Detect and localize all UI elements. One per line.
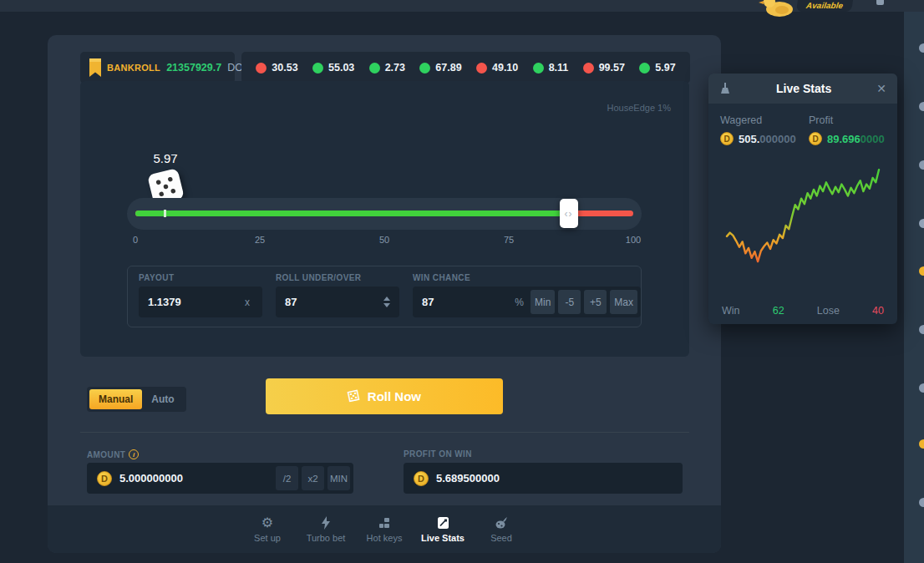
dice-game-card: BANKROLL 21357929.7 DOGE 30.5355.032.736… <box>48 35 721 553</box>
roll-result[interactable]: 8.11 <box>533 62 569 74</box>
duck-mascot-icon[interactable] <box>757 0 799 17</box>
rail-avatar-icon[interactable] <box>919 439 924 449</box>
win-chance-field: WIN CHANCE 87 % Min -5 +5 Max <box>413 273 641 320</box>
last-roll-value: 5.97 <box>142 151 189 165</box>
auto-mode-button[interactable]: Auto <box>142 389 183 409</box>
roll-result[interactable]: 49.10 <box>476 62 518 74</box>
payout-field: PAYOUT 1.1379 x <box>139 273 262 320</box>
live-stats-icon <box>437 515 449 530</box>
game-area: HouseEdge 1% 5.97 ‹› <box>80 81 689 357</box>
top-header-bar: Available <box>0 0 924 12</box>
rail-avatar-icon[interactable] <box>919 325 924 334</box>
toolbar-item-hot-keys[interactable]: Hot keys <box>359 515 409 543</box>
header-corner-icon[interactable] <box>876 0 884 5</box>
toolbar-item-turbo-bet[interactable]: Turbo bet <box>301 515 351 543</box>
close-icon[interactable]: ✕ <box>876 82 886 95</box>
rail-avatar-icon[interactable] <box>919 160 924 170</box>
clear-stats-icon[interactable] <box>719 83 731 95</box>
toolbar-label: Hot keys <box>367 533 403 543</box>
rail-avatar-icon[interactable] <box>919 219 924 228</box>
win-chance-value: 87 <box>422 296 515 308</box>
roll-now-button[interactable]: ⚄ Roll Now <box>266 378 503 414</box>
profit-on-win-output: D 5.689500000 <box>404 463 683 494</box>
divider <box>80 432 689 433</box>
last-roll-marker: 5.97 <box>142 151 189 202</box>
payout-input[interactable]: 1.1379 x <box>139 287 262 317</box>
roll-value: 8.11 <box>549 62 569 74</box>
rail-avatar-icon[interactable] <box>919 266 924 276</box>
bankroll-box[interactable]: BANKROLL 21357929.7 DOGE <box>80 52 235 84</box>
rail-avatar-icon[interactable] <box>919 498 924 507</box>
win-label: Win <box>722 305 740 317</box>
wagered-label: Wagered <box>720 114 809 126</box>
roll-result[interactable]: 67.89 <box>419 62 461 74</box>
win-chance-input[interactable]: 87 % Min -5 +5 Max <box>413 287 641 317</box>
win-chance-label: WIN CHANCE <box>413 273 641 282</box>
doge-coin-icon: D <box>809 132 822 145</box>
double-amount-button[interactable]: x2 <box>302 466 324 490</box>
keyboard-keys-icon <box>378 515 391 530</box>
roll-dot <box>256 63 267 74</box>
dice-icon: ⚄ <box>346 387 362 407</box>
roll-dot <box>369 63 380 74</box>
wagered-block: Wagered D 505.000000 <box>720 114 809 145</box>
amount-buttons: /2 x2 MIN <box>272 466 350 490</box>
roll-result[interactable]: 2.73 <box>369 62 405 74</box>
win-count: 62 <box>773 305 784 317</box>
win-chance-min-button[interactable]: Min <box>531 290 555 314</box>
rail-avatar-icon[interactable] <box>919 102 924 111</box>
roll-value: 67.89 <box>435 62 461 74</box>
chat-rail[interactable] <box>904 12 924 563</box>
info-icon[interactable]: i <box>129 449 139 459</box>
min-amount-button[interactable]: MIN <box>327 466 350 490</box>
available-badge[interactable]: Available <box>796 0 853 12</box>
roll-dot <box>639 63 650 74</box>
doge-coin-icon: D <box>97 471 112 486</box>
roll-slider[interactable]: ‹› <box>127 198 642 230</box>
lose-label: Lose <box>817 305 840 317</box>
rail-avatar-icon[interactable] <box>919 383 924 393</box>
profit-block: Profit D 89.6960000 <box>809 114 886 145</box>
half-amount-button[interactable]: /2 <box>276 466 298 490</box>
slider-result-tick <box>164 210 166 217</box>
toolbar-item-live-stats[interactable]: Live Stats <box>418 515 468 543</box>
swap-under-over-icon[interactable] <box>383 297 390 307</box>
toolbar-label: Seed <box>490 533 512 543</box>
toolbar-item-seed[interactable]: Seed <box>476 515 526 543</box>
roll-now-label: Roll Now <box>368 389 421 403</box>
toolbar-label: Live Stats <box>421 533 465 543</box>
profit-on-win-value: 5.689500000 <box>436 472 500 484</box>
toolbar-item-setup[interactable]: ⚙ Set up <box>242 515 292 543</box>
live-stats-body: Wagered D 505.000000 Profit D 89.6960000 <box>708 104 897 324</box>
doge-coin-icon: D <box>414 471 429 486</box>
roll-dot <box>583 63 594 74</box>
amount-label-row: AMOUNT i <box>87 449 139 459</box>
win-chance-minus5-button[interactable]: -5 <box>558 290 581 314</box>
win-chance-plus5-button[interactable]: +5 <box>584 290 607 314</box>
payout-value: 1.1379 <box>148 296 245 308</box>
live-stats-header: Live Stats ✕ <box>708 74 897 104</box>
roll-result[interactable]: 5.97 <box>639 62 675 74</box>
roll-value: 5.97 <box>655 62 675 74</box>
roll-result[interactable]: 30.53 <box>256 62 297 74</box>
slider-handle[interactable]: ‹› <box>560 199 578 228</box>
roll-dot <box>312 63 323 74</box>
roll-result[interactable]: 99.57 <box>583 62 625 74</box>
roll-under-over-input[interactable]: 87 <box>276 287 399 317</box>
manual-mode-button[interactable]: Manual <box>89 389 142 409</box>
amount-input[interactable]: D 5.000000000 /2 x2 MIN <box>87 463 353 494</box>
wagered-zeros: 000000 <box>759 133 795 145</box>
live-stats-title: Live Stats <box>731 82 876 95</box>
toolbar-label: Turbo bet <box>307 533 346 543</box>
payout-label: PAYOUT <box>139 273 262 282</box>
rail-avatar-icon[interactable] <box>919 43 924 53</box>
roll-result[interactable]: 55.03 <box>312 62 354 74</box>
bet-params-box: PAYOUT 1.1379 x ROLL UNDER/OVER 87 WIN C… <box>127 266 642 327</box>
recent-rolls-bar: 30.5355.032.7367.8949.108.1199.575.97 <box>241 52 690 84</box>
slider-track[interactable]: ‹› <box>135 210 633 216</box>
roll-value: 99.57 <box>599 62 625 74</box>
slider-scale: 0 25 50 75 100 <box>135 235 633 246</box>
win-chance-max-button[interactable]: Max <box>610 290 637 314</box>
roll-value: 30.53 <box>272 62 297 74</box>
profit-zeros: 0000 <box>861 133 885 145</box>
